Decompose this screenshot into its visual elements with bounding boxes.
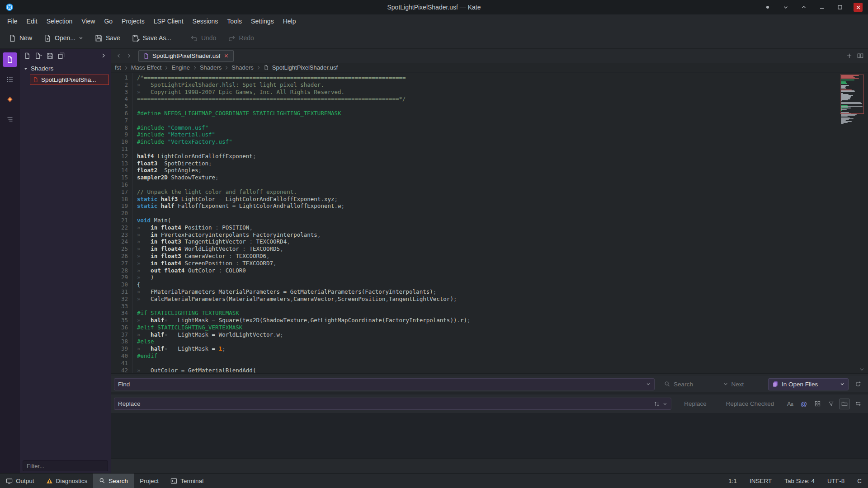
code-line-6[interactable]: #define NEEDS_LIGHTMAP_COORDINATE STATIC… xyxy=(137,110,839,117)
breadcrumb-item-shaders[interactable]: Shaders xyxy=(231,64,253,71)
status-tab-search[interactable]: Search xyxy=(93,474,134,488)
code-line-42[interactable]: » OutColor = GetMaterialBlendAdd( xyxy=(137,367,839,373)
tab-close-icon[interactable] xyxy=(224,53,229,58)
tab-size[interactable]: Tab Size: 4 xyxy=(778,478,821,484)
editor[interactable]: 1234567891011121314151617181920212223242… xyxy=(111,73,868,373)
cursor-position[interactable]: 1:1 xyxy=(722,478,743,484)
code-line-2[interactable]: » SpotLightPixelShader.hlsl: Spot light … xyxy=(137,81,839,89)
code-line-35[interactable]: » half» LightMask = Square(tex2D(ShadowT… xyxy=(137,317,839,324)
code-line-15[interactable]: sampler2D ShadowTexture; xyxy=(137,174,839,181)
match-case-icon[interactable]: Aa xyxy=(785,399,796,409)
code-line-33[interactable] xyxy=(137,303,839,310)
project-file-item[interactable]: SpotLightPixelSha... xyxy=(30,75,109,85)
split-view-icon[interactable] xyxy=(855,51,865,61)
panel-open-document-icon[interactable] xyxy=(33,51,43,61)
minimap[interactable] xyxy=(839,73,868,373)
code-line-28[interactable]: » out float4 OutColor : COLOR0 xyxy=(137,267,839,274)
project-root-shaders[interactable]: Shaders xyxy=(20,63,111,74)
code-line-25[interactable]: » in float4 WorldLightVector : TEXCOORD5… xyxy=(137,245,839,253)
chevron-down-icon[interactable] xyxy=(646,382,651,386)
next-button[interactable]: Next xyxy=(703,378,764,390)
menu-item-view[interactable]: View xyxy=(77,16,99,27)
code-line-31[interactable]: » FMaterialParameters MaterialParameters… xyxy=(137,288,839,296)
code-line-41[interactable] xyxy=(137,360,839,367)
tab-back-icon[interactable] xyxy=(114,52,123,61)
code-line-29[interactable]: » ) xyxy=(137,274,839,281)
status-tab-terminal[interactable]: Terminal xyxy=(165,474,209,488)
status-tab-diagnostics[interactable]: Diagnostics xyxy=(40,474,94,488)
code-line-12[interactable]: half4 LightColorAndFalloffExponent; xyxy=(137,153,839,160)
filter-icon[interactable] xyxy=(826,399,836,409)
code-line-30[interactable]: { xyxy=(137,281,839,288)
code-line-18[interactable]: static half3 LightColor = LightColorAndF… xyxy=(137,196,839,203)
chevron-down-icon[interactable] xyxy=(781,3,790,12)
breadcrumb-item-fst[interactable]: fst xyxy=(115,64,121,71)
status-tab-output[interactable]: Output xyxy=(0,474,40,488)
save-as-button[interactable]: Save As... xyxy=(127,31,176,46)
find-field[interactable] xyxy=(114,378,655,390)
tab-spotlightpixelshader[interactable]: SpotLightPixelShader.usf xyxy=(138,50,234,62)
breadcrumb-file[interactable]: SpotLightPixelShader.usf xyxy=(272,64,338,71)
code-line-40[interactable]: #endif xyxy=(137,352,839,360)
code-line-13[interactable]: float3 SpotDirection; xyxy=(137,160,839,167)
menu-item-file[interactable]: File xyxy=(3,16,22,27)
code-line-19[interactable]: static half FalloffExponent = LightColor… xyxy=(137,202,839,210)
code-line-5[interactable] xyxy=(137,103,839,110)
expand-results-icon[interactable] xyxy=(812,399,823,409)
code-line-21[interactable]: void Main( xyxy=(137,217,839,224)
code-area[interactable]: /*======================================… xyxy=(133,73,839,373)
code-line-37[interactable]: » half» LightMask = WorldLightVector.w; xyxy=(137,331,839,338)
code-line-34[interactable]: #if STATICLIGHTING_TEXTUREMASK xyxy=(137,310,839,317)
panel-save-all-icon[interactable] xyxy=(56,51,66,61)
breadcrumb-item-engine[interactable]: Engine xyxy=(171,64,189,71)
code-line-1[interactable]: /*======================================… xyxy=(137,74,839,81)
search-in-folder-icon[interactable] xyxy=(839,399,850,409)
chevron-up-icon[interactable] xyxy=(799,3,808,12)
code-line-4[interactable]: ========================================… xyxy=(137,95,839,103)
replace-checked-button[interactable]: Replace Checked xyxy=(719,398,781,410)
input-mode[interactable]: INSERT xyxy=(743,478,778,484)
breadcrumb-item-mass-effect[interactable]: Mass Effect xyxy=(131,64,162,71)
refresh-icon[interactable] xyxy=(853,379,863,389)
menu-item-go[interactable]: Go xyxy=(99,16,117,27)
breadcrumb-item-shaders[interactable]: Shaders xyxy=(200,64,222,71)
dock-filesystem-icon[interactable] xyxy=(3,72,17,87)
menu-item-lsp-client[interactable]: LSP Client xyxy=(149,16,188,27)
replace-input[interactable] xyxy=(118,400,651,407)
panel-new-document-icon[interactable] xyxy=(22,51,32,61)
code-line-11[interactable] xyxy=(137,145,839,153)
encoding[interactable]: UTF-8 xyxy=(821,478,851,484)
pin-icon[interactable] xyxy=(763,3,772,12)
code-line-20[interactable] xyxy=(137,210,839,217)
maximize-icon[interactable] xyxy=(835,3,844,12)
menu-item-help[interactable]: Help xyxy=(278,16,301,27)
code-line-39[interactable]: » half» LightMask = 1; xyxy=(137,345,839,352)
menu-item-tools[interactable]: Tools xyxy=(222,16,246,27)
filter-input[interactable] xyxy=(23,460,108,471)
panel-expand-icon[interactable] xyxy=(99,51,108,61)
close-icon[interactable] xyxy=(854,3,863,12)
tab-forward-icon[interactable] xyxy=(124,52,133,61)
find-input[interactable] xyxy=(118,381,643,388)
search-scope-combo[interactable]: In Open Files xyxy=(768,378,849,390)
save-button[interactable]: Save xyxy=(90,31,125,46)
menu-item-edit[interactable]: Edit xyxy=(22,16,42,27)
menu-item-settings[interactable]: Settings xyxy=(246,16,278,27)
code-line-14[interactable]: float2 SpotAngles; xyxy=(137,167,839,174)
code-line-24[interactable]: » in float3 TangentLightVector : TEXCOOR… xyxy=(137,238,839,245)
undo-button[interactable]: Undo xyxy=(185,31,221,46)
code-line-38[interactable]: #else xyxy=(137,338,839,345)
replace-button[interactable]: Replace xyxy=(675,398,715,410)
code-line-36[interactable]: #elif STATICLIGHTING_VERTEXMASK xyxy=(137,324,839,331)
code-line-8[interactable]: #include "Common.usf" xyxy=(137,124,839,131)
replace-field[interactable] xyxy=(114,398,671,410)
code-line-9[interactable]: #include "Material.usf" xyxy=(137,131,839,138)
code-line-7[interactable] xyxy=(137,117,839,124)
panel-save-icon[interactable] xyxy=(45,51,55,61)
new-tab-icon[interactable] xyxy=(844,51,854,61)
minimap-viewport[interactable] xyxy=(840,75,864,114)
insert-placeholder-icon[interactable] xyxy=(654,401,660,407)
titlebar[interactable]: SpotLightPixelShader.usf — Kate xyxy=(0,0,868,14)
dock-git-icon[interactable] xyxy=(3,92,17,107)
code-line-3[interactable]: » Copyright 1998-2007 Epic Games, Inc. A… xyxy=(137,89,839,96)
